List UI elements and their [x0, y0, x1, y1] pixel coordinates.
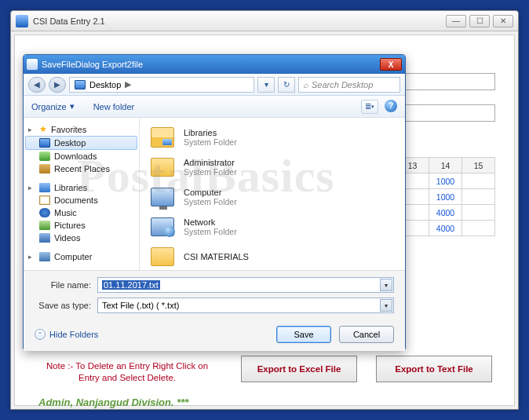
dialog-fields: File name: 01.11.2017.txt ▾ Save as type…	[24, 270, 405, 321]
tree-favorites[interactable]: ▸★Favorites	[25, 122, 137, 136]
list-icon: ≣	[365, 102, 371, 111]
new-folder-button[interactable]: New folder	[93, 101, 135, 111]
recent-icon	[39, 164, 50, 173]
file-item[interactable]: ComputerSystem Folder	[148, 182, 397, 212]
search-icon: ⌕	[303, 80, 308, 89]
videos-icon	[39, 233, 50, 243]
close-button[interactable]: ✕	[493, 15, 513, 27]
view-mode-button[interactable]: ≣▾	[361, 100, 378, 114]
breadcrumb-label: Desktop	[89, 80, 121, 89]
tree-music[interactable]: Music	[25, 206, 137, 219]
export-text-button[interactable]: Export to Text File	[376, 356, 492, 382]
star-icon: ★	[39, 124, 47, 134]
background-table: 13 14 15 1000 1000 4000 4000	[396, 157, 495, 236]
libraries-icon	[39, 183, 50, 192]
help-button[interactable]: ?	[385, 100, 397, 112]
downloads-icon	[39, 152, 50, 161]
search-input[interactable]: ⌕ Search Desktop	[298, 77, 400, 93]
desktop-icon	[75, 80, 86, 89]
chevron-down-icon: ▾	[70, 101, 75, 111]
computer-icon	[151, 188, 174, 206]
hide-folders-link[interactable]: ˄ Hide Folders	[35, 329, 98, 340]
tree-recent[interactable]: Recent Places	[25, 163, 137, 175]
dropdown-icon[interactable]: ▾	[380, 279, 392, 291]
admin-status: Admin, Nanjangud Division. ***	[38, 396, 188, 408]
type-combo[interactable]: Text File (.txt) ( *.txt) ▾	[97, 298, 394, 313]
nav-back-button[interactable]: ◀	[28, 77, 46, 93]
maximize-button[interactable]: ☐	[469, 15, 490, 27]
app-title: CSI Data Entry 2.1	[33, 16, 443, 26]
delete-note: Note :- To Delete an Entry Right Click o…	[45, 360, 210, 384]
desktop-icon	[39, 138, 50, 148]
col-header[interactable]: 15	[462, 158, 495, 173]
dialog-icon	[27, 59, 38, 70]
type-label: Save as type:	[35, 301, 97, 310]
file-item[interactable]: LibrariesSystem Folder	[148, 122, 397, 152]
tree-pictures[interactable]: Pictures	[25, 219, 137, 232]
dialog-title: SaveFileDialog Export2file	[42, 60, 380, 69]
cancel-button[interactable]: Cancel	[339, 326, 394, 343]
chevron-up-icon: ˄	[35, 329, 46, 340]
minimize-button[interactable]: —	[446, 15, 466, 27]
file-item[interactable]: NetworkSystem Folder	[148, 212, 397, 242]
file-item[interactable]: CSI MATERIALS	[148, 242, 397, 270]
tree-documents[interactable]: Documents	[25, 194, 137, 206]
tree-videos[interactable]: Videos	[25, 232, 137, 244]
libraries-icon	[151, 127, 174, 148]
tree-libraries[interactable]: ▸Libraries	[25, 181, 137, 194]
tree-computer[interactable]: ▸Computer	[25, 250, 137, 263]
organize-button[interactable]: Organize ▾	[31, 101, 75, 111]
app-icon	[16, 15, 28, 27]
tree-downloads[interactable]: Downloads	[25, 150, 137, 163]
background-dropdown[interactable]	[401, 73, 495, 90]
save-file-dialog: SaveFileDialog Export2file X ◀ ▶ Desktop…	[23, 54, 406, 351]
pictures-icon	[39, 221, 50, 230]
folder-tree: ▸★Favorites Desktop Downloads Recent Pla…	[24, 118, 140, 270]
file-item[interactable]: AdministratorSystem Folder	[148, 152, 397, 182]
dialog-footer: ˄ Hide Folders Save Cancel	[24, 321, 405, 351]
background-field[interactable]	[401, 104, 495, 122]
music-icon	[39, 208, 50, 217]
filename-value: 01.11.2017.txt	[102, 280, 160, 290]
filename-input[interactable]: 01.11.2017.txt ▾	[97, 277, 394, 293]
app-titlebar[interactable]: CSI Data Entry 2.1 — ☐ ✕	[11, 11, 518, 31]
dropdown-icon[interactable]: ▾	[380, 299, 392, 312]
dialog-toolbar: Organize ▾ New folder ≣▾ ?	[24, 96, 405, 118]
export-excel-button[interactable]: Export to Excel File	[241, 356, 357, 382]
dialog-main: ▸★Favorites Desktop Downloads Recent Pla…	[24, 118, 405, 270]
search-placeholder: Search Desktop	[312, 80, 373, 89]
breadcrumb[interactable]: Desktop ▶	[69, 77, 254, 93]
app-window: CSI Data Entry 2.1 — ☐ ✕ 13 14 15 1000 1…	[10, 10, 519, 410]
chevron-right-icon: ▶	[125, 79, 131, 89]
documents-icon	[39, 195, 50, 205]
tree-desktop[interactable]: Desktop	[25, 136, 137, 150]
app-body: 13 14 15 1000 1000 4000 4000 Note :- To …	[14, 35, 515, 406]
file-list[interactable]: LibrariesSystem Folder AdministratorSyst…	[140, 118, 405, 270]
col-header[interactable]: 14	[429, 158, 462, 173]
dialog-nav-bar: ◀ ▶ Desktop ▶ ▾ ↻ ⌕ Search Desktop	[24, 74, 405, 96]
refresh-button[interactable]: ↻	[278, 77, 295, 93]
dialog-close-button[interactable]: X	[380, 58, 402, 71]
type-value: Text File (.txt) ( *.txt)	[102, 301, 179, 310]
folder-icon	[151, 247, 174, 266]
folder-icon	[151, 158, 174, 177]
dialog-titlebar[interactable]: SaveFileDialog Export2file X	[24, 55, 405, 74]
filename-label: File name:	[35, 280, 97, 290]
computer-icon	[39, 252, 50, 261]
nav-forward-button[interactable]: ▶	[49, 77, 66, 93]
history-dropdown-button[interactable]: ▾	[257, 77, 275, 93]
network-icon	[151, 217, 174, 236]
save-button[interactable]: Save	[276, 326, 331, 343]
